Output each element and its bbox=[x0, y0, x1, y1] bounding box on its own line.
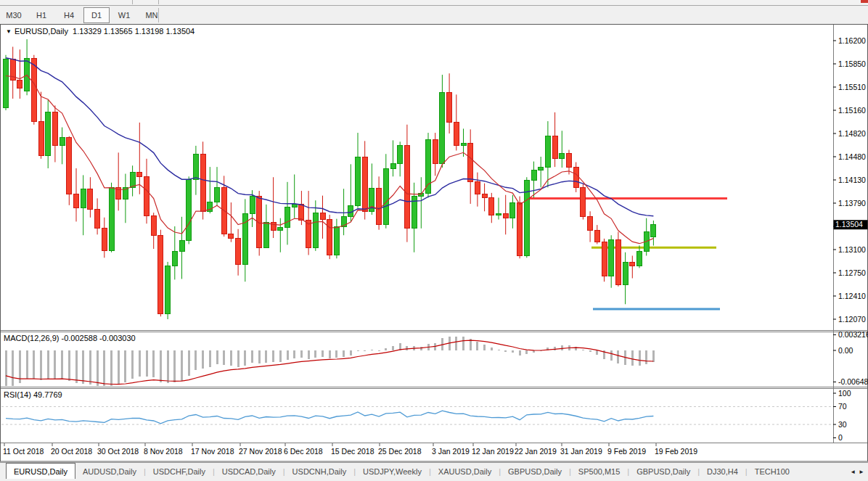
price-axis-label: 1.12410 bbox=[838, 292, 866, 300]
candle-body bbox=[299, 205, 304, 221]
candle-body bbox=[426, 139, 431, 193]
ohlc-values: 1.13329 1.13565 1.13198 1.13504 bbox=[73, 27, 195, 36]
chart-tab-eurusd-daily[interactable]: EURUSD,Daily bbox=[6, 463, 75, 479]
macd-histogram-bar bbox=[209, 350, 211, 367]
macd-histogram-bar bbox=[645, 350, 647, 364]
macd-histogram-bar bbox=[610, 350, 613, 361]
candle-body bbox=[440, 93, 445, 164]
candle-body bbox=[581, 187, 586, 216]
candle-body bbox=[320, 213, 325, 219]
candle-body bbox=[454, 123, 459, 145]
date-axis-label: 15 Dec 2018 bbox=[331, 447, 374, 456]
candle-body bbox=[517, 202, 523, 255]
macd-histogram-bar bbox=[639, 350, 641, 366]
timeframe-button-mn[interactable]: MN bbox=[139, 7, 165, 23]
candle-body bbox=[229, 234, 234, 239]
candle-body bbox=[130, 173, 135, 188]
candle-body bbox=[137, 173, 142, 177]
macd-histogram-bar bbox=[258, 350, 261, 363]
candle-body bbox=[313, 213, 318, 247]
date-axis-label: 22 Jan 2019 bbox=[515, 447, 557, 456]
chart-tab-usdjpy-weekly[interactable]: USDJPY,Weekly bbox=[356, 464, 429, 479]
chart-tab-xauusd-daily[interactable]: XAUUSD,Daily bbox=[431, 464, 499, 479]
macd-histogram-bar bbox=[124, 350, 126, 382]
date-axis-label: 31 Jan 2019 bbox=[560, 447, 602, 456]
macd-histogram-bar bbox=[265, 350, 267, 363]
macd-histogram-bar bbox=[251, 350, 253, 363]
macd-histogram-bar bbox=[308, 350, 310, 359]
price-axis-label: 1.15160 bbox=[838, 106, 866, 115]
date-axis-label: 3 Jan 2019 bbox=[432, 447, 470, 456]
macd-histogram-bar bbox=[152, 350, 155, 377]
rsi-indicator-label: RSI(14) 49.7769 bbox=[4, 390, 62, 399]
candle-body bbox=[95, 209, 100, 228]
candle-body bbox=[200, 154, 205, 211]
timeframe-button-m30[interactable]: M30 bbox=[1, 7, 27, 23]
timeframe-button-h1[interactable]: H1 bbox=[28, 7, 54, 23]
candle-body bbox=[377, 188, 382, 224]
tab-scroll-right-icon[interactable]: ► bbox=[859, 469, 864, 475]
macd-histogram-bar bbox=[26, 350, 28, 379]
macd-axis-label: 0.003216 bbox=[838, 330, 868, 339]
macd-histogram-bar bbox=[75, 350, 78, 383]
candle-body bbox=[404, 145, 409, 229]
macd-histogram-bar bbox=[173, 350, 176, 382]
candle-body bbox=[46, 112, 51, 155]
macd-histogram-bar bbox=[350, 350, 352, 355]
chart-tab-usdcad-daily[interactable]: USDCAD,Daily bbox=[215, 464, 283, 479]
chart-tab-usdchf-daily[interactable]: USDCHF,Daily bbox=[146, 464, 213, 479]
chart-tab-gbpusd-daily[interactable]: GBPUSD,Daily bbox=[629, 464, 697, 479]
price-chart-canvas[interactable]: 1.162001.158501.155101.151601.148201.144… bbox=[0, 24, 868, 462]
macd-histogram-bar bbox=[498, 350, 500, 350]
candle-body bbox=[74, 194, 79, 208]
macd-histogram-bar bbox=[378, 350, 380, 351]
macd-histogram-bar bbox=[237, 350, 239, 367]
macd-histogram-bar bbox=[54, 350, 56, 379]
timeframe-button-d1[interactable]: D1 bbox=[83, 7, 110, 23]
symbol-dropdown-icon[interactable]: ▼ bbox=[6, 28, 12, 35]
macd-histogram-bar bbox=[589, 350, 591, 352]
macd-histogram-bar bbox=[406, 346, 408, 350]
candle-body bbox=[398, 145, 403, 163]
candle-body bbox=[215, 187, 220, 202]
tab-scroll-left-icon[interactable]: ◄ bbox=[850, 469, 856, 475]
candle-body bbox=[482, 194, 487, 198]
macd-histogram-bar bbox=[82, 350, 84, 384]
macd-histogram-bar bbox=[33, 350, 35, 379]
macd-histogram-bar bbox=[110, 350, 112, 386]
candle-body bbox=[383, 169, 388, 224]
candle-body bbox=[615, 240, 621, 284]
timeframe-button-h4[interactable]: H4 bbox=[56, 7, 82, 23]
chart-tab-sp500-m15[interactable]: SP500,M15 bbox=[571, 464, 627, 479]
date-axis-label: 30 Oct 2018 bbox=[97, 447, 139, 456]
macd-histogram-bar bbox=[322, 350, 324, 357]
candle-body bbox=[52, 112, 57, 146]
toolbar-separator bbox=[158, 8, 159, 22]
chart-tab-dj30-h4[interactable]: DJ30,H4 bbox=[700, 464, 745, 479]
candle-body bbox=[489, 197, 494, 215]
date-axis-label: 17 Nov 2018 bbox=[191, 447, 234, 456]
chart-tab-bar: EURUSD,DailyAUDUSD,Daily|USDCHF,Daily|US… bbox=[0, 462, 868, 481]
chart-window[interactable]: 1.162001.158501.155101.151601.148201.144… bbox=[0, 24, 868, 462]
macd-axis-label: 0.00 bbox=[838, 346, 853, 355]
candle-body bbox=[588, 217, 593, 231]
toolbar-separator bbox=[158, 0, 159, 4]
candle-body bbox=[560, 153, 565, 159]
price-axis-label: 1.15850 bbox=[838, 59, 866, 68]
chart-tab-gbpusd-daily[interactable]: GBPUSD,Daily bbox=[501, 464, 569, 479]
macd-histogram-bar bbox=[68, 350, 70, 381]
macd-histogram-bar bbox=[195, 350, 197, 370]
candle-body bbox=[552, 136, 557, 159]
macd-histogram-bar bbox=[293, 350, 295, 358]
candle-body bbox=[17, 81, 22, 89]
macd-histogram-bar bbox=[244, 350, 246, 366]
date-axis-label: 25 Dec 2018 bbox=[378, 447, 422, 456]
candle-body bbox=[602, 242, 607, 276]
chart-tab-audusd-daily[interactable]: AUDUSD,Daily bbox=[75, 464, 144, 479]
chart-tab-tech100[interactable]: TECH100 bbox=[748, 464, 797, 479]
candle-body bbox=[60, 138, 65, 146]
timeframe-button-w1[interactable]: W1 bbox=[111, 7, 137, 23]
chart-tabs: EURUSD,DailyAUDUSD,Daily|USDCHF,Daily|US… bbox=[0, 464, 797, 477]
chart-tab-usdcnh-daily[interactable]: USDCNH,Daily bbox=[285, 464, 354, 479]
candle-body bbox=[285, 207, 290, 228]
